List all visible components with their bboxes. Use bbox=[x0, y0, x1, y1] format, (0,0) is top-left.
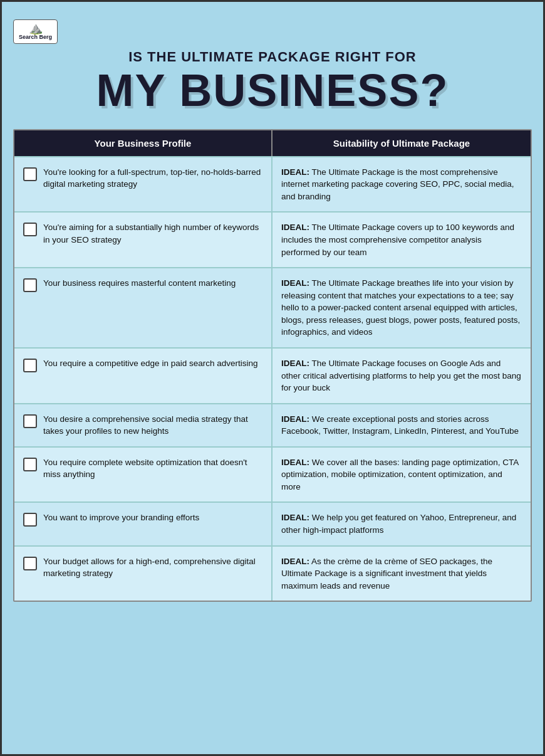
suitability-cell: IDEAL: The Ultimate Package focuses on G… bbox=[272, 349, 531, 403]
table-row: Your budget allows for a high-end, compr… bbox=[14, 545, 531, 601]
suitability-text: The Ultimate Package breathes life into … bbox=[281, 278, 520, 337]
suitability-text: We cover all the bases: landing page opt… bbox=[281, 458, 518, 491]
profile-cell: You're aiming for a substantially high n… bbox=[14, 213, 272, 267]
comparison-table: Your Business Profile Suitability of Ult… bbox=[13, 129, 532, 602]
table-row: You want to improve your branding effort… bbox=[14, 501, 531, 545]
logo: ⛰️ Search Berg bbox=[13, 19, 58, 44]
checkbox[interactable] bbox=[23, 458, 37, 471]
suitability-cell: IDEAL: The Ultimate Package is the most … bbox=[272, 157, 531, 212]
table-row: Your business requires masterful content… bbox=[14, 267, 531, 347]
suitability-text: We help you get featured on Yahoo, Entre… bbox=[281, 513, 516, 535]
page-wrapper: ⛰️ Search Berg IS THE ULTIMATE PACKAGE R… bbox=[0, 0, 545, 756]
table-row: You're aiming for a substantially high n… bbox=[14, 211, 531, 267]
suitability-text: We create exceptional posts and stories … bbox=[281, 414, 519, 436]
suitability-cell: IDEAL: The Ultimate Package covers up to… bbox=[272, 213, 531, 267]
profile-cell: Your business requires masterful content… bbox=[14, 268, 272, 347]
suitability-cell: IDEAL: We create exceptional posts and s… bbox=[272, 404, 531, 446]
table-header: Your Business Profile Suitability of Ult… bbox=[14, 130, 531, 156]
col-header-suitability: Suitability of Ultimate Package bbox=[272, 130, 531, 156]
logo-icon: ⛰️ bbox=[29, 23, 43, 34]
ideal-label: IDEAL: bbox=[281, 359, 309, 368]
checkbox[interactable] bbox=[23, 223, 37, 236]
profile-text: You're aiming for a substantially high n… bbox=[43, 221, 262, 246]
profile-cell: You want to improve your branding effort… bbox=[14, 503, 272, 545]
ideal-label: IDEAL: bbox=[281, 557, 309, 566]
suitability-text: The Ultimate Package is the most compreh… bbox=[281, 167, 514, 201]
profile-text: You're looking for a full-spectrum, top-… bbox=[43, 166, 262, 191]
ideal-label: IDEAL: bbox=[281, 414, 309, 424]
ideal-label: IDEAL: bbox=[281, 223, 309, 232]
logo-area: ⛰️ Search Berg bbox=[13, 19, 532, 44]
table-body: You're looking for a full-spectrum, top-… bbox=[14, 156, 531, 601]
col-header-profile: Your Business Profile bbox=[14, 130, 272, 156]
profile-cell: You require complete website optimizatio… bbox=[14, 448, 272, 502]
logo-text: Search Berg bbox=[19, 34, 52, 41]
checkbox[interactable] bbox=[23, 513, 37, 527]
ideal-label: IDEAL: bbox=[281, 513, 309, 522]
profile-cell: You require a competitive edge in paid s… bbox=[14, 349, 272, 403]
table-row: You require complete website optimizatio… bbox=[14, 446, 531, 502]
profile-text: You desire a comprehensive social media … bbox=[43, 413, 262, 438]
header: ⛰️ Search Berg IS THE ULTIMATE PACKAGE R… bbox=[13, 13, 532, 124]
checkbox[interactable] bbox=[23, 557, 37, 570]
table-row: You desire a comprehensive social media … bbox=[14, 403, 531, 446]
profile-text: You require complete website optimizatio… bbox=[43, 456, 262, 481]
checkbox[interactable] bbox=[23, 359, 37, 372]
checkbox[interactable] bbox=[23, 414, 37, 428]
checkbox[interactable] bbox=[23, 278, 37, 292]
ideal-label: IDEAL: bbox=[281, 167, 309, 177]
suitability-cell: IDEAL: We cover all the bases: landing p… bbox=[272, 448, 531, 502]
table-row: You're looking for a full-spectrum, top-… bbox=[14, 156, 531, 212]
profile-text: Your budget allows for a high-end, compr… bbox=[43, 555, 262, 580]
ideal-label: IDEAL: bbox=[281, 278, 309, 288]
suitability-text: The Ultimate Package focuses on Google A… bbox=[281, 359, 521, 392]
suitability-cell: IDEAL: We help you get featured on Yahoo… bbox=[272, 503, 531, 545]
suitability-text: The Ultimate Package covers up to 100 ke… bbox=[281, 223, 514, 256]
profile-text: Your business requires masterful content… bbox=[43, 277, 262, 290]
ideal-label: IDEAL: bbox=[281, 458, 309, 467]
suitability-cell: IDEAL: As the crème de la crème of SEO p… bbox=[272, 547, 531, 601]
table-row: You require a competitive edge in paid s… bbox=[14, 347, 531, 403]
header-subtitle: IS THE ULTIMATE PACKAGE RIGHT FOR bbox=[13, 49, 532, 65]
profile-cell: You're looking for a full-spectrum, top-… bbox=[14, 157, 272, 212]
profile-text: You require a competitive edge in paid s… bbox=[43, 357, 262, 370]
profile-cell: Your budget allows for a high-end, compr… bbox=[14, 547, 272, 601]
suitability-cell: IDEAL: The Ultimate Package breathes lif… bbox=[272, 268, 531, 347]
profile-cell: You desire a comprehensive social media … bbox=[14, 404, 272, 446]
suitability-text: As the crème de la crème of SEO packages… bbox=[281, 557, 492, 591]
profile-text: You want to improve your branding effort… bbox=[43, 512, 262, 524]
header-title: MY BUSINESS? bbox=[13, 68, 532, 113]
checkbox[interactable] bbox=[23, 167, 37, 181]
